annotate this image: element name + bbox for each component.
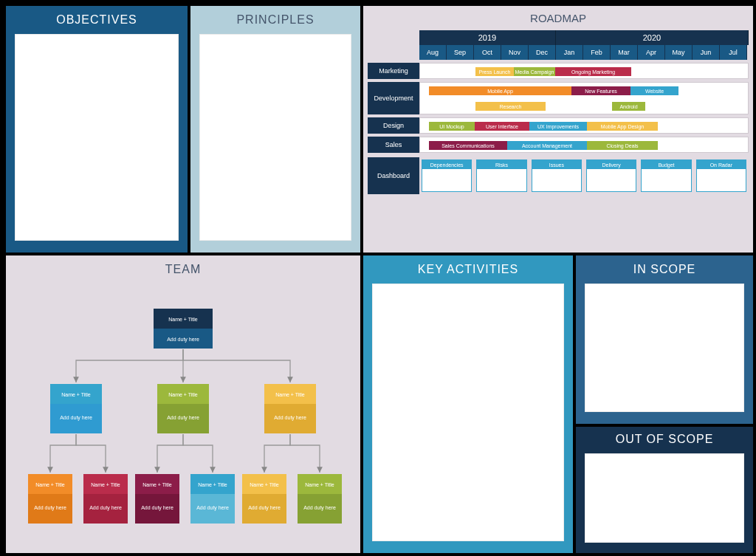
roadmap-row-label: Design	[368, 117, 419, 134]
bar-website[interactable]: Website	[630, 86, 678, 95]
out-of-scope-card[interactable]	[585, 453, 744, 543]
month-aug: Aug	[419, 45, 447, 60]
bar-sales-communications[interactable]: Sales Communications	[429, 141, 507, 150]
bar-press-launch[interactable]: Press Launch	[475, 67, 514, 76]
month-oct: Oct	[474, 45, 501, 60]
bar-mobile-app-design[interactable]: Mobile App Design	[587, 122, 658, 131]
month-may: May	[665, 45, 693, 60]
org-duty: Add duty here	[167, 415, 199, 421]
dashboard-card-onradar[interactable]: On Radar	[696, 159, 746, 192]
roadmap-year-2019: 2019	[419, 30, 556, 45]
org-duty: Add duty here	[167, 337, 199, 343]
bar-closing-deals[interactable]: Closing Deals	[587, 141, 658, 150]
roadmap-row-body[interactable]: Sales Communications Account Management …	[419, 137, 749, 153]
org-name: Name + Title	[275, 392, 305, 397]
month-apr: Apr	[638, 45, 665, 60]
objectives-card[interactable]	[15, 34, 179, 241]
roadmap-dashboard-row: Dashboard Dependencies Risks Issues Deli…	[368, 157, 749, 194]
org-name: Name + Title	[61, 392, 91, 397]
bar-account-management[interactable]: Account Management	[507, 141, 587, 150]
org-node-l2c[interactable]: Name + Title Add duty here	[264, 384, 316, 433]
key-activities-panel: KEY ACTIVITIES	[363, 255, 573, 553]
dashboard-card-dependencies[interactable]: Dependencies	[422, 159, 472, 192]
objectives-panel: OBJECTIVES	[6, 6, 188, 253]
roadmap-row-label: Dashboard	[368, 157, 419, 194]
org-name: Name + Title	[305, 482, 334, 487]
objectives-title: OBJECTIVES	[56, 13, 137, 27]
org-duty: Add duty here	[60, 415, 92, 421]
principles-card[interactable]	[199, 34, 351, 241]
dashboard-card-header: On Radar	[697, 160, 746, 169]
org-node-l2b[interactable]: Name + Title Add duty here	[157, 384, 209, 433]
roadmap-months-row: Aug Sep Oct Nov Dec Jan Feb Mar Apr May …	[419, 45, 749, 60]
roadmap-row-body[interactable]: Mobile App New Features Website Research…	[419, 82, 749, 114]
roadmap-year-row: 2019 2020	[419, 30, 749, 45]
dashboard-card-issues[interactable]: Issues	[532, 159, 582, 192]
bar-research[interactable]: Research	[475, 102, 546, 111]
org-name: Name + Title	[250, 482, 279, 487]
team-title: TEAM	[6, 255, 360, 279]
roadmap-row-label: Sales	[368, 137, 419, 153]
in-scope-card[interactable]	[585, 284, 744, 412]
bar-media-campaign[interactable]: Media Campaign	[514, 67, 555, 76]
roadmap-year-2020: 2020	[556, 30, 749, 45]
key-activities-card[interactable]	[372, 284, 564, 541]
roadmap-row-label: Development	[368, 82, 419, 114]
month-jun: Jun	[693, 45, 720, 60]
org-node-root[interactable]: Name + Title Add duty here	[154, 309, 213, 349]
roadmap-row-label: Marketing	[368, 63, 419, 79]
month-jul: Jul	[720, 45, 747, 60]
dashboard-card-risks[interactable]: Risks	[476, 159, 526, 192]
org-name: Name + Title	[35, 482, 65, 487]
org-duty: Add duty here	[196, 505, 229, 511]
month-dec: Dec	[529, 45, 556, 60]
month-mar: Mar	[611, 45, 638, 60]
org-node-l3c[interactable]: Name + Title Add duty here	[135, 474, 179, 524]
month-feb: Feb	[583, 45, 611, 60]
org-name: Name + Title	[168, 392, 198, 397]
dashboard-card-budget[interactable]: Budget	[641, 159, 691, 192]
month-nov: Nov	[501, 45, 529, 60]
bar-user-interface[interactable]: User Interface	[475, 122, 529, 131]
bar-android[interactable]: Android	[612, 102, 645, 111]
bar-ongoing-marketing[interactable]: Ongoing Marketing	[555, 67, 631, 76]
out-of-scope-panel: OUT OF SCOPE	[576, 427, 753, 553]
dashboard-card-header: Delivery	[587, 160, 636, 169]
principles-panel: PRINCIPLES	[190, 6, 360, 253]
org-chart[interactable]: Name + Title Add duty here Name + Title …	[10, 279, 357, 552]
principles-title: PRINCIPLES	[236, 13, 314, 27]
org-name: Name + Title	[168, 317, 198, 322]
org-duty: Add duty here	[89, 505, 122, 511]
org-node-l3a[interactable]: Name + Title Add duty here	[28, 474, 72, 524]
roadmap-row-body[interactable]: UI Mockup User Interface UX Improvements…	[419, 117, 749, 134]
dashboard-card-header: Risks	[477, 160, 526, 169]
in-scope-panel: IN SCOPE	[576, 255, 753, 424]
org-duty: Add duty here	[141, 505, 173, 511]
dashboard-card-header: Dependencies	[422, 160, 471, 169]
dashboard-card-header: Issues	[532, 160, 581, 169]
roadmap-row-development: Development Mobile App New Features Webs…	[368, 82, 749, 114]
roadmap-row-design: Design UI Mockup User Interface UX Impro…	[368, 117, 749, 134]
org-node-l3b[interactable]: Name + Title Add duty here	[83, 474, 128, 524]
out-of-scope-title: OUT OF SCOPE	[616, 433, 714, 446]
dashboard-card-header: Budget	[642, 160, 690, 169]
roadmap-panel: ROADMAP 2019 2020 Aug Sep Oct Nov Dec Ja…	[363, 6, 753, 253]
org-node-l3f[interactable]: Name + Title Add duty here	[298, 474, 342, 524]
roadmap-row-sales: Sales Sales Communications Account Manag…	[368, 137, 749, 153]
org-node-l2a[interactable]: Name + Title Add duty here	[50, 384, 102, 433]
dashboard-card-delivery[interactable]: Delivery	[586, 159, 636, 192]
org-name: Name + Title	[198, 482, 227, 487]
roadmap-title: ROADMAP	[368, 12, 749, 24]
dashboard-body: Dependencies Risks Issues Delivery Budge…	[419, 157, 749, 194]
in-scope-title: IN SCOPE	[633, 263, 695, 276]
month-sep: Sep	[447, 45, 474, 60]
bar-mobile-app[interactable]: Mobile App	[429, 86, 571, 95]
bar-ui-mockup[interactable]: UI Mockup	[429, 122, 475, 131]
roadmap-row-body[interactable]: Press Launch Media Campaign Ongoing Mark…	[419, 63, 749, 79]
org-duty: Add duty here	[248, 505, 281, 511]
team-panel: TEAM Name + Title Add duty	[6, 255, 360, 553]
org-node-l3d[interactable]: Name + Title Add duty here	[190, 474, 235, 524]
bar-new-features[interactable]: New Features	[571, 86, 630, 95]
org-node-l3e[interactable]: Name + Title Add duty here	[242, 474, 286, 524]
bar-ux-improvements[interactable]: UX Improvements	[529, 122, 587, 131]
